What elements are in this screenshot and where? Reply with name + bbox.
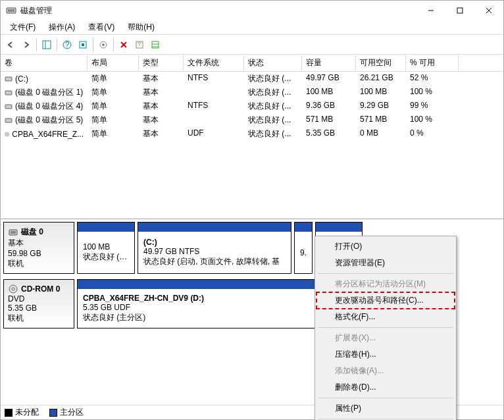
minimize-button[interactable] <box>416 1 445 20</box>
context-menu: 打开(O) 资源管理器(E) 将分区标记为活动分区(M) 更改驱动器号和路径(C… <box>315 236 457 420</box>
list-view-button[interactable] <box>148 38 163 52</box>
volume-row[interactable]: (磁盘 0 磁盘分区 1)简单基本状态良好 (...100 MB100 MB10… <box>1 86 503 99</box>
volume-row[interactable]: (磁盘 0 磁盘分区 5)简单基本状态良好 (...571 MB571 MB10… <box>1 113 503 127</box>
svg-point-13 <box>102 43 105 46</box>
svg-rect-24 <box>5 105 12 109</box>
disk-info[interactable]: CD-ROM 0DVD5.35 GB联机 <box>3 279 74 328</box>
svg-text:?: ? <box>65 40 70 49</box>
col-filesystem[interactable]: 文件系统 <box>184 55 244 71</box>
volume-name: (磁盘 0 磁盘分区 1) <box>15 87 83 98</box>
close-button[interactable] <box>474 1 503 20</box>
disk-status: 联机 <box>8 258 70 269</box>
partition-size: 49.97 GB NTFS <box>143 247 286 256</box>
ctx-mark-active: 将分区标记为活动分区(M) <box>316 276 455 292</box>
ctx-change-letter[interactable]: 更改驱动器号和路径(C)... <box>316 292 455 309</box>
partition-status: 状态良好 (EFI <box>83 251 129 263</box>
col-pctfree[interactable]: % 可用 <box>406 55 459 71</box>
volume-row[interactable]: CPBA_X64FRE_Z...简单基本UDF状态良好 (...5.35 GB0… <box>1 127 503 141</box>
menu-file[interactable]: 文件(F) <box>3 20 42 34</box>
disk-info[interactable]: 磁盘 0基本59.98 GB联机 <box>3 222 74 274</box>
ctx-extend: 扩展卷(X)... <box>316 330 455 346</box>
svg-point-17 <box>139 44 140 45</box>
svg-point-27 <box>7 134 8 135</box>
volume-name: (磁盘 0 磁盘分区 4) <box>15 101 83 112</box>
legend-primary: 主分区 <box>49 407 84 418</box>
disk-label: 磁盘 0 <box>21 226 43 238</box>
app-icon <box>6 5 16 16</box>
partition-block[interactable]: (C:)49.97 GB NTFS状态良好 (启动, 页面文件, 故障转储, 基 <box>138 222 291 274</box>
toolbar: ? <box>1 35 503 55</box>
ctx-explorer[interactable]: 资源管理器(E) <box>316 255 455 271</box>
legend-unallocated: 未分配 <box>5 407 39 418</box>
col-type[interactable]: 类型 <box>139 55 184 71</box>
help-button[interactable]: ? <box>60 38 74 52</box>
menu-view[interactable]: 查看(V) <box>82 20 121 34</box>
menu-help[interactable]: 帮助(H) <box>121 20 161 34</box>
menu-action[interactable]: 操作(A) <box>42 20 82 34</box>
ctx-open[interactable]: 打开(O) <box>316 238 455 255</box>
delete-button[interactable] <box>116 38 131 52</box>
ctx-properties[interactable]: 属性(P) <box>316 400 455 417</box>
properties-button[interactable] <box>132 38 147 52</box>
svg-rect-25 <box>5 118 12 122</box>
svg-rect-22 <box>5 77 12 81</box>
volume-row[interactable]: (磁盘 0 磁盘分区 4)简单基本NTFS状态良好 (...9.36 GB9.2… <box>1 99 503 113</box>
col-capacity[interactable]: 容量 <box>302 55 356 71</box>
volume-list-header: 卷 布局 类型 文件系统 状态 容量 可用空间 % 可用 <box>1 55 503 72</box>
svg-rect-1 <box>8 9 14 12</box>
partition-block[interactable]: 100 MB状态良好 (EFI <box>77 222 135 274</box>
ctx-shrink[interactable]: 压缩卷(H)... <box>316 346 455 363</box>
menubar: 文件(F) 操作(A) 查看(V) 帮助(H) <box>1 20 503 35</box>
volume-list[interactable]: 卷 布局 类型 文件系统 状态 容量 可用空间 % 可用 (C:)简单基本NTF… <box>1 55 503 219</box>
partition-size: 100 MB <box>83 242 129 251</box>
refresh-button[interactable] <box>76 38 90 52</box>
ctx-delete[interactable]: 删除卷(D)... <box>316 379 455 396</box>
svg-rect-6 <box>43 41 51 49</box>
disk-size: 5.35 GB <box>8 303 70 313</box>
partition-name: (C:) <box>143 238 286 247</box>
volume-row[interactable]: (C:)简单基本NTFS状态良好 (...49.97 GB26.21 GB52 … <box>1 72 503 86</box>
svg-rect-3 <box>457 8 463 13</box>
forward-button[interactable] <box>19 38 34 52</box>
maximize-button[interactable] <box>445 1 474 20</box>
col-layout[interactable]: 布局 <box>88 55 139 71</box>
disk-label: CD-ROM 0 <box>21 284 60 294</box>
disk-type: 基本 <box>8 238 70 249</box>
svg-rect-29 <box>11 231 16 234</box>
volume-name: (磁盘 0 磁盘分区 5) <box>15 115 83 126</box>
volume-name: (C:) <box>15 74 28 84</box>
window-title: 磁盘管理 <box>20 5 416 16</box>
svg-rect-23 <box>5 91 12 95</box>
col-volume[interactable]: 卷 <box>1 55 88 71</box>
col-free[interactable]: 可用空间 <box>356 55 406 71</box>
svg-point-31 <box>12 288 14 290</box>
settings-button[interactable] <box>96 38 111 52</box>
ctx-format[interactable]: 格式化(F)... <box>316 309 455 325</box>
disk-type: DVD <box>8 294 70 303</box>
partition-size: 9. <box>300 248 307 257</box>
ctx-mirror: 添加镜像(A)... <box>316 363 455 379</box>
volume-name: CPBA_X64FRE_Z... <box>12 130 84 139</box>
partition-status: 状态良好 (启动, 页面文件, 故障转储, 基 <box>143 256 286 267</box>
col-status[interactable]: 状态 <box>244 55 302 71</box>
disk-size: 59.98 GB <box>8 249 70 258</box>
disk-status: 联机 <box>8 313 70 324</box>
back-button[interactable] <box>3 38 18 52</box>
svg-rect-11 <box>82 43 84 46</box>
console-tree-button[interactable] <box>39 38 54 52</box>
partition-block[interactable]: 9. <box>294 222 313 274</box>
